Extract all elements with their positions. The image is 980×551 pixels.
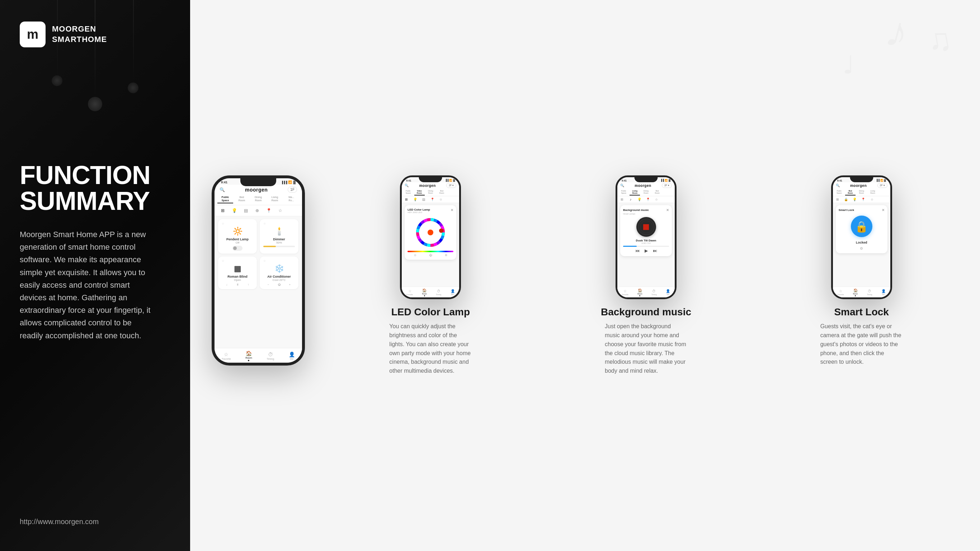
music-icon-light[interactable]: 💡 <box>637 197 642 202</box>
light-device-icon[interactable]: 💡 <box>230 207 238 215</box>
nav-favorite[interactable]: ☆ Favorite <box>222 352 231 360</box>
lock-ctrl[interactable]: ⚙ <box>860 247 863 250</box>
music-nav-timing-icon: ⏱ <box>652 289 656 293</box>
music-tab-public[interactable]: PublicSpace <box>619 189 629 196</box>
led-tab-dining[interactable]: DiningRoom <box>425 189 436 196</box>
lock-tab-other[interactable] <box>878 189 889 196</box>
floor-selector[interactable]: 1F <box>288 186 297 193</box>
all-devices-icon[interactable]: ⊞ <box>219 207 227 215</box>
lock-tab-public[interactable]: PublicSpace <box>834 189 845 196</box>
led-nav-fav-icon: ☆ <box>408 289 412 293</box>
nav-timing[interactable]: ⏱ Timing <box>267 352 274 360</box>
lock-icon-star[interactable]: ☆ <box>870 197 875 202</box>
music-icon-pin[interactable]: 📍 <box>645 197 650 202</box>
blind-star[interactable]: ☆ <box>222 260 224 263</box>
search-icon[interactable]: 🔍 <box>220 187 225 192</box>
music-nav-timing[interactable]: ⏱ Timing <box>651 289 657 296</box>
led-nav-timing[interactable]: ⏱ Timing <box>436 289 441 296</box>
ac-power[interactable]: ⏻ <box>278 283 280 286</box>
music-phone-inner: 9:41 ▐▐ 📶 ▓ 🔍 moorgen 2F ▾ <box>617 177 675 298</box>
lock-nav-timing[interactable]: ⏱ Timing <box>867 289 872 296</box>
lock-icon-large[interactable]: 🔒 <box>851 216 872 237</box>
dimmer-star[interactable]: ☆ <box>263 222 266 225</box>
led-icon-blind[interactable]: ▤ <box>421 197 426 202</box>
lock-tab-living[interactable]: LivingRoom <box>867 189 878 196</box>
music-nav-room[interactable]: 🏠 Room <box>638 288 642 296</box>
other-device-icon[interactable]: 📍 <box>265 207 273 215</box>
music-progress-bar[interactable] <box>623 246 669 247</box>
led-icon-all[interactable]: ⊞ <box>404 197 409 202</box>
led-icon-light[interactable]: 💡 <box>412 197 418 202</box>
blind-down[interactable]: ↓ <box>226 283 228 286</box>
music-prev[interactable]: ⏮ <box>635 248 640 253</box>
status-icons: ▐▐▐ 📶 ▓ <box>281 180 296 184</box>
music-tab-other[interactable] <box>663 189 674 196</box>
music-next[interactable]: ⏭ <box>653 248 657 253</box>
nav-room[interactable]: 🏠 Room <box>245 350 252 361</box>
favorite-icon: ☆ <box>224 352 229 357</box>
music-tab-bed[interactable]: BedRoom <box>652 189 663 196</box>
led-tab-bed[interactable]: BedRoom <box>437 189 447 196</box>
timing-icon: ⏱ <box>268 352 273 357</box>
more-device-icon[interactable]: ☆ <box>276 207 284 215</box>
led-tab-video[interactable]: VideoRoom <box>414 189 425 196</box>
music-tab-living[interactable]: LivingRoom <box>630 189 640 196</box>
lock-floor[interactable]: 2F ▾ <box>877 183 888 188</box>
music-tab-dining[interactable]: DiningRoom <box>641 189 651 196</box>
led-ctrl-1[interactable]: ⊙ <box>414 253 417 257</box>
music-icon-star[interactable]: ☆ <box>654 197 659 202</box>
blind-up[interactable]: ↑ <box>248 283 249 286</box>
led-app-logo: moorgen <box>419 184 436 188</box>
music-phone-frame: 9:41 ▐▐ 📶 ▓ 🔍 moorgen 2F ▾ <box>616 175 676 299</box>
lock-nav-room[interactable]: 🏠 Room <box>853 288 858 296</box>
led-icon-star[interactable]: ☆ <box>438 197 443 202</box>
lock-nav-me[interactable]: 👤 Me <box>881 289 886 296</box>
lock-tab-bed[interactable]: BedRoom <box>845 189 856 196</box>
lock-icon-light[interactable]: 💡 <box>852 197 858 202</box>
room-tab-other[interactable]: Wa...Ro... <box>283 195 299 204</box>
music-nav-fav[interactable]: ☆ Favorite <box>622 289 628 296</box>
lock-nav-fav[interactable]: ☆ Favorite <box>837 289 844 296</box>
room-tab-living[interactable]: LivingRoom <box>267 195 283 204</box>
music-icon-all[interactable]: ⊞ <box>619 197 625 202</box>
lock-icon-all[interactable]: ⊞ <box>835 197 840 202</box>
music-search-icon[interactable]: 🔍 <box>620 184 624 187</box>
led-ctrl-3[interactable]: ⚙ <box>445 253 447 257</box>
lamp-toggle[interactable] <box>232 246 242 251</box>
lock-search-icon[interactable]: 🔍 <box>836 184 840 187</box>
lock-feature-title: Smart Lock <box>834 306 889 318</box>
led-nav-room[interactable]: 🏠 Room <box>422 288 427 296</box>
led-nav-fav[interactable]: ☆ Favorite <box>406 289 413 296</box>
lock-tab-dining[interactable]: DiningRoom <box>856 189 867 196</box>
nav-me[interactable]: 👤 Me <box>289 352 295 360</box>
ac-plus[interactable]: + <box>289 283 291 286</box>
music-modal-title: Background music <box>623 209 649 212</box>
lock-phone-frame: 9:41 ▐▐ 📶 ▓ 🔍 moorgen 2F ▾ <box>831 175 892 299</box>
lock-modal-close[interactable]: ✕ <box>882 208 885 212</box>
led-floor[interactable]: 2F ▾ <box>446 183 456 188</box>
dimmer-bar[interactable] <box>263 246 295 247</box>
led-search-icon[interactable]: 🔍 <box>405 184 409 187</box>
lamp-star[interactable]: ☆ <box>222 222 224 225</box>
music-floor[interactable]: 2F ▾ <box>662 183 672 188</box>
room-tab-public[interactable]: PublicSpace <box>217 195 233 204</box>
lock-device-icon[interactable]: ⊕ <box>253 207 261 215</box>
music-nav-me[interactable]: 👤 Me <box>666 289 670 296</box>
ac-minus[interactable]: − <box>267 283 269 286</box>
led-icon-pin[interactable]: 📍 <box>430 197 435 202</box>
led-nav-me[interactable]: 👤 Me <box>450 289 455 296</box>
music-play[interactable]: ▶ <box>644 248 648 253</box>
led-modal-close[interactable]: ✕ <box>450 208 453 212</box>
led-tab-public[interactable]: PublicSpace <box>403 189 413 196</box>
music-icon-music[interactable]: ♪ <box>628 197 633 202</box>
room-tab-bed[interactable]: BedRoom <box>234 195 250 204</box>
led-tab-other[interactable] <box>448 189 458 196</box>
lock-icon-pin[interactable]: 📍 <box>861 197 866 202</box>
room-tab-dining[interactable]: DiningRoom <box>250 195 266 204</box>
led-ctrl-2[interactable]: ⏻ <box>429 253 432 257</box>
blind-pause[interactable]: ⏸ <box>236 283 239 286</box>
ac-star[interactable]: ☆ <box>263 260 266 263</box>
blind-device-icon[interactable]: ▤ <box>242 207 250 215</box>
music-modal-close[interactable]: ✕ <box>666 208 669 212</box>
lock-icon-lock[interactable]: 🔒 <box>844 197 849 202</box>
